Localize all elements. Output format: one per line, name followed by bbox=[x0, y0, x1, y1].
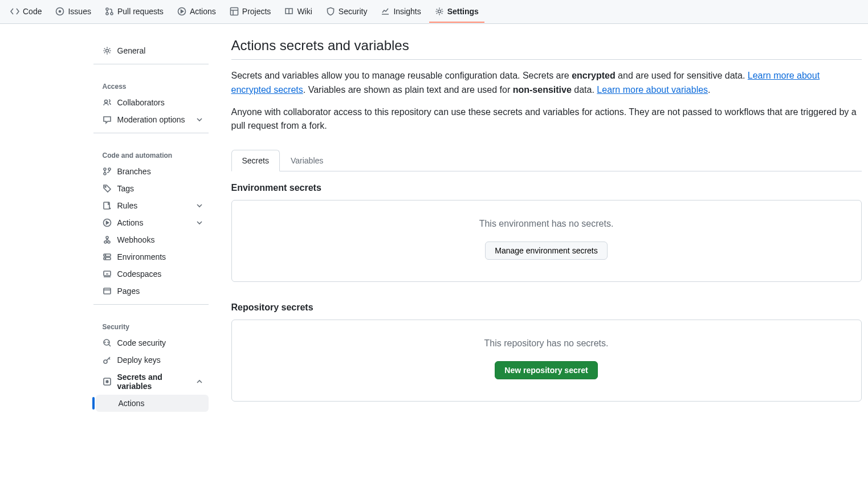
tab-projects[interactable]: Projects bbox=[224, 1, 277, 23]
tab-label: Issues bbox=[68, 7, 91, 16]
browser-icon bbox=[103, 286, 112, 296]
sidebar-item-label: Code security bbox=[117, 338, 166, 347]
secrets-variables-tabs: Secrets Variables bbox=[231, 149, 862, 171]
chevron-up-icon bbox=[195, 377, 204, 386]
sidebar-item-label: Rules bbox=[117, 201, 138, 210]
manage-environment-secrets-button[interactable]: Manage environment secrets bbox=[485, 242, 608, 260]
sidebar-item-label: Branches bbox=[117, 167, 151, 176]
svg-point-2 bbox=[106, 8, 108, 10]
tab-issues[interactable]: Issues bbox=[50, 1, 96, 23]
repository-secrets-panel: This repository has no secrets. New repo… bbox=[231, 320, 862, 402]
svg-point-9 bbox=[104, 100, 107, 103]
new-repository-secret-button[interactable]: New repository secret bbox=[495, 361, 597, 379]
svg-point-10 bbox=[104, 168, 106, 170]
sidebar-item-general[interactable]: General bbox=[93, 42, 209, 59]
tab-label: Wiki bbox=[297, 7, 312, 16]
tab-label: Insights bbox=[393, 7, 421, 16]
tab-insights[interactable]: Insights bbox=[375, 1, 426, 23]
link-variables[interactable]: Learn more about variables bbox=[597, 85, 708, 95]
sidebar-item-secrets-variables[interactable]: Secrets and variables bbox=[93, 369, 209, 395]
tab-label: Security bbox=[339, 7, 368, 16]
svg-point-11 bbox=[104, 173, 106, 175]
sidebar-item-pages[interactable]: Pages bbox=[93, 283, 209, 300]
branch-icon bbox=[103, 167, 112, 176]
shield-icon bbox=[326, 7, 335, 16]
server-icon bbox=[103, 252, 112, 261]
sidebar-heading-code: Code and automation bbox=[93, 142, 209, 163]
tab-variables[interactable]: Variables bbox=[280, 150, 334, 171]
heading-environment-secrets: Environment secrets bbox=[231, 183, 862, 193]
svg-point-18 bbox=[106, 236, 108, 239]
play-icon bbox=[177, 7, 186, 16]
sidebar-item-tags[interactable]: Tags bbox=[93, 180, 209, 197]
sidebar-item-label: Codespaces bbox=[117, 269, 162, 279]
tab-pull-requests[interactable]: Pull requests bbox=[99, 1, 169, 23]
play-icon bbox=[103, 218, 112, 227]
description-1: Secrets and variables allow you to manag… bbox=[231, 69, 862, 97]
sidebar-item-codespaces[interactable]: Codespaces bbox=[93, 265, 209, 283]
tab-security[interactable]: Security bbox=[320, 1, 373, 23]
sidebar-item-label: Moderation options bbox=[117, 115, 185, 124]
chevron-down-icon bbox=[195, 115, 204, 124]
chevron-down-icon bbox=[195, 218, 204, 227]
sidebar-item-label: Actions bbox=[119, 399, 145, 408]
svg-point-1 bbox=[59, 10, 61, 12]
tab-settings[interactable]: Settings bbox=[429, 1, 484, 23]
sidebar-item-moderation[interactable]: Moderation options bbox=[93, 111, 209, 128]
sidebar-item-collaborators[interactable]: Collaborators bbox=[93, 94, 209, 111]
tab-label: Projects bbox=[242, 7, 271, 16]
sidebar-item-label: Pages bbox=[117, 286, 140, 296]
sidebar-heading-access: Access bbox=[93, 73, 209, 94]
sidebar-item-environments[interactable]: Environments bbox=[93, 248, 209, 265]
chevron-down-icon bbox=[195, 201, 204, 210]
svg-rect-23 bbox=[104, 271, 111, 276]
svg-point-7 bbox=[438, 10, 441, 13]
tab-label: Settings bbox=[447, 7, 479, 16]
pr-icon bbox=[105, 7, 114, 16]
graph-icon bbox=[381, 7, 390, 16]
comment-icon bbox=[103, 115, 112, 124]
webhook-icon bbox=[103, 235, 112, 244]
code-icon bbox=[10, 7, 19, 16]
tab-label: Actions bbox=[190, 7, 216, 16]
svg-point-17 bbox=[108, 241, 110, 243]
sidebar-subitem-actions[interactable]: Actions bbox=[96, 395, 209, 412]
sidebar-heading-security: Security bbox=[93, 314, 209, 334]
tab-code[interactable]: Code bbox=[5, 1, 47, 23]
env-empty-text: This environment has no secrets. bbox=[241, 219, 852, 229]
sidebar-item-branches[interactable]: Branches bbox=[93, 163, 209, 180]
sidebar-item-code-security[interactable]: Code security bbox=[93, 334, 209, 351]
page-title: Actions secrets and variables bbox=[231, 38, 862, 60]
project-icon bbox=[230, 7, 239, 16]
rules-icon bbox=[103, 201, 112, 210]
tag-icon bbox=[103, 184, 112, 193]
tab-actions[interactable]: Actions bbox=[172, 1, 222, 23]
tab-wiki[interactable]: Wiki bbox=[279, 1, 317, 23]
heading-repository-secrets: Repository secrets bbox=[231, 302, 862, 313]
repo-top-nav: Code Issues Pull requests Actions Projec… bbox=[0, 0, 868, 24]
tab-label: Code bbox=[23, 7, 42, 16]
description-2: Anyone with collaborator access to this … bbox=[231, 105, 862, 134]
svg-point-8 bbox=[105, 50, 108, 52]
environment-secrets-panel: This environment has no secrets. Manage … bbox=[231, 200, 862, 282]
tab-label: Pull requests bbox=[117, 7, 164, 16]
asterisk-icon bbox=[103, 377, 112, 386]
book-icon bbox=[284, 7, 294, 16]
sidebar-item-label: Actions bbox=[117, 218, 144, 227]
sidebar-item-deploy-keys[interactable]: Deploy keys bbox=[93, 351, 209, 369]
sidebar-item-rules[interactable]: Rules bbox=[93, 197, 209, 214]
svg-point-13 bbox=[105, 186, 106, 187]
sidebar-item-actions[interactable]: Actions bbox=[93, 214, 209, 231]
svg-point-22 bbox=[105, 258, 105, 259]
tab-secrets[interactable]: Secrets bbox=[231, 150, 280, 171]
sidebar-item-label: Environments bbox=[117, 252, 166, 261]
sidebar-item-webhooks[interactable]: Webhooks bbox=[93, 231, 209, 248]
svg-point-3 bbox=[106, 13, 108, 15]
issue-icon bbox=[55, 7, 64, 16]
codespaces-icon bbox=[103, 269, 112, 279]
sidebar-item-label: General bbox=[117, 46, 146, 55]
main-content: Actions secrets and variables Secrets an… bbox=[218, 38, 862, 422]
svg-point-12 bbox=[108, 168, 111, 170]
svg-rect-24 bbox=[104, 288, 111, 294]
repo-empty-text: This repository has no secrets. bbox=[241, 338, 852, 349]
